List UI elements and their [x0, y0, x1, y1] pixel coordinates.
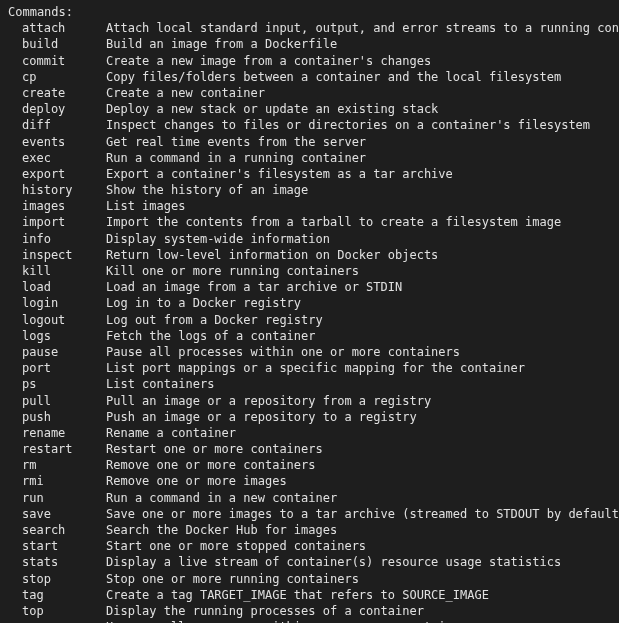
command-name: top: [8, 603, 106, 619]
command-desc: Return low-level information on Docker o…: [106, 247, 438, 263]
command-name: diff: [8, 117, 106, 133]
command-name: history: [8, 182, 106, 198]
command-row: loginLog in to a Docker registry: [8, 295, 611, 311]
command-desc: Log in to a Docker registry: [106, 295, 301, 311]
command-row: rmRemove one or more containers: [8, 457, 611, 473]
command-desc: Inspect changes to files or directories …: [106, 117, 590, 133]
terminal-output: Commands: attachAttach local standard in…: [8, 4, 611, 623]
command-name: run: [8, 490, 106, 506]
command-row: logsFetch the logs of a container: [8, 328, 611, 344]
command-row: psList containers: [8, 376, 611, 392]
command-name: exec: [8, 150, 106, 166]
command-name: start: [8, 538, 106, 554]
command-name: commit: [8, 53, 106, 69]
command-desc: Pull an image or a repository from a reg…: [106, 393, 431, 409]
command-row: eventsGet real time events from the serv…: [8, 134, 611, 150]
command-name: pull: [8, 393, 106, 409]
command-name: pause: [8, 344, 106, 360]
command-desc: List containers: [106, 376, 214, 392]
command-name: images: [8, 198, 106, 214]
command-row: topDisplay the running processes of a co…: [8, 603, 611, 619]
command-desc: Unpause all processes within one or more…: [106, 619, 474, 623]
command-name: stats: [8, 554, 106, 570]
command-desc: Log out from a Docker registry: [106, 312, 323, 328]
command-name: events: [8, 134, 106, 150]
command-row: diffInspect changes to files or director…: [8, 117, 611, 133]
command-desc: Build an image from a Dockerfile: [106, 36, 337, 52]
command-desc: Show the history of an image: [106, 182, 308, 198]
command-name: info: [8, 231, 106, 247]
command-name: login: [8, 295, 106, 311]
command-row: tagCreate a tag TARGET_IMAGE that refers…: [8, 587, 611, 603]
command-row: searchSearch the Docker Hub for images: [8, 522, 611, 538]
command-desc: Pause all processes within one or more c…: [106, 344, 460, 360]
command-desc: Create a new image from a container's ch…: [106, 53, 431, 69]
command-desc: Run a command in a new container: [106, 490, 337, 506]
command-desc: Start one or more stopped containers: [106, 538, 366, 554]
command-row: importImport the contents from a tarball…: [8, 214, 611, 230]
command-name: tag: [8, 587, 106, 603]
command-name: push: [8, 409, 106, 425]
command-desc: Rename a container: [106, 425, 236, 441]
command-row: deployDeploy a new stack or update an ex…: [8, 101, 611, 117]
command-name: unpause: [8, 619, 106, 623]
command-name: deploy: [8, 101, 106, 117]
command-name: cp: [8, 69, 106, 85]
command-row: buildBuild an image from a Dockerfile: [8, 36, 611, 52]
command-row: cpCopy files/folders between a container…: [8, 69, 611, 85]
command-desc: Run a command in a running container: [106, 150, 366, 166]
command-name: create: [8, 85, 106, 101]
command-name: save: [8, 506, 106, 522]
command-name: stop: [8, 571, 106, 587]
command-name: import: [8, 214, 106, 230]
command-desc: Push an image or a repository to a regis…: [106, 409, 417, 425]
command-name: rm: [8, 457, 106, 473]
command-row: logoutLog out from a Docker registry: [8, 312, 611, 328]
command-desc: Remove one or more images: [106, 473, 287, 489]
command-row: createCreate a new container: [8, 85, 611, 101]
command-row: execRun a command in a running container: [8, 150, 611, 166]
command-row: restartRestart one or more containers: [8, 441, 611, 457]
command-desc: Deploy a new stack or update an existing…: [106, 101, 438, 117]
command-row: pushPush an image or a repository to a r…: [8, 409, 611, 425]
command-desc: Attach local standard input, output, and…: [106, 20, 619, 36]
command-desc: Export a container's filesystem as a tar…: [106, 166, 453, 182]
command-name: build: [8, 36, 106, 52]
command-row: renameRename a container: [8, 425, 611, 441]
command-name: logout: [8, 312, 106, 328]
command-name: logs: [8, 328, 106, 344]
command-name: rmi: [8, 473, 106, 489]
command-row: stopStop one or more running containers: [8, 571, 611, 587]
command-desc: Create a tag TARGET_IMAGE that refers to…: [106, 587, 489, 603]
command-row: exportExport a container's filesystem as…: [8, 166, 611, 182]
command-row: pullPull an image or a repository from a…: [8, 393, 611, 409]
command-desc: Load an image from a tar archive or STDI…: [106, 279, 402, 295]
commands-header: Commands:: [8, 4, 611, 20]
command-name: attach: [8, 20, 106, 36]
command-desc: Display the running processes of a conta…: [106, 603, 424, 619]
command-desc: Save one or more images to a tar archive…: [106, 506, 619, 522]
command-desc: List port mappings or a specific mapping…: [106, 360, 525, 376]
command-desc: List images: [106, 198, 185, 214]
command-desc: Copy files/folders between a container a…: [106, 69, 561, 85]
command-row: attachAttach local standard input, outpu…: [8, 20, 611, 36]
command-desc: Display a live stream of container(s) re…: [106, 554, 561, 570]
command-row: portList port mappings or a specific map…: [8, 360, 611, 376]
command-row: loadLoad an image from a tar archive or …: [8, 279, 611, 295]
command-desc: Display system-wide information: [106, 231, 330, 247]
command-desc: Search the Docker Hub for images: [106, 522, 337, 538]
command-name: ps: [8, 376, 106, 392]
command-name: port: [8, 360, 106, 376]
command-row: commitCreate a new image from a containe…: [8, 53, 611, 69]
command-name: restart: [8, 441, 106, 457]
command-desc: Restart one or more containers: [106, 441, 323, 457]
command-row: saveSave one or more images to a tar arc…: [8, 506, 611, 522]
command-row: unpauseUnpause all processes within one …: [8, 619, 611, 623]
command-row: infoDisplay system-wide information: [8, 231, 611, 247]
command-desc: Fetch the logs of a container: [106, 328, 316, 344]
command-row: statsDisplay a live stream of container(…: [8, 554, 611, 570]
command-row: inspectReturn low-level information on D…: [8, 247, 611, 263]
command-desc: Remove one or more containers: [106, 457, 316, 473]
command-desc: Import the contents from a tarball to cr…: [106, 214, 561, 230]
command-name: kill: [8, 263, 106, 279]
